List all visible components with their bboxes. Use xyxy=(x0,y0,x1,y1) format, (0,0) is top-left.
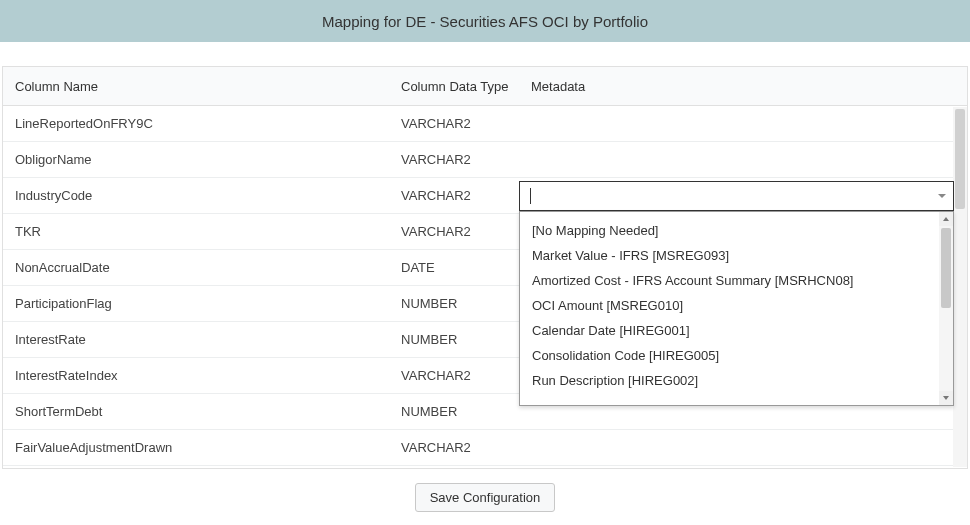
mapping-table: Column Name Column Data Type Metadata Li… xyxy=(2,66,968,469)
save-configuration-button[interactable]: Save Configuration xyxy=(415,483,556,512)
scrollbar-thumb[interactable] xyxy=(955,109,965,209)
dropdown-option[interactable]: [No Mapping Needed] xyxy=(520,218,939,243)
cell-column-name: LineReportedOnFRY9C xyxy=(3,116,389,131)
dropdown-option[interactable]: Calendar Date [HIREG001] xyxy=(520,318,939,343)
title-bar: Mapping for DE - Securities AFS OCI by P… xyxy=(0,0,970,42)
cell-column-name: ParticipationFlag xyxy=(3,296,389,311)
header-column-name: Column Name xyxy=(3,67,389,105)
dropdown-scrollbar[interactable] xyxy=(939,212,953,405)
dropdown-option[interactable]: OCI Amount [MSREG010] xyxy=(520,293,939,318)
metadata-combobox[interactable] xyxy=(519,181,954,211)
page-title: Mapping for DE - Securities AFS OCI by P… xyxy=(322,13,648,30)
cell-column-name: FairValueAdjustmentDrawn xyxy=(3,440,389,455)
metadata-combobox-input[interactable] xyxy=(520,182,931,210)
dropdown-option[interactable]: Run Description [HIREG002] xyxy=(520,368,939,393)
cell-column-name: ObligorName xyxy=(3,152,389,167)
combobox-toggle[interactable] xyxy=(931,182,953,210)
scroll-up-button[interactable] xyxy=(939,212,953,226)
cell-data-type: VARCHAR2 xyxy=(389,152,519,167)
scroll-down-button[interactable] xyxy=(939,391,953,405)
cell-data-type: NUMBER xyxy=(389,404,519,419)
table-row: FairValueAdjustmentDrawn VARCHAR2 xyxy=(3,430,967,466)
cell-data-type: NUMBER xyxy=(389,332,519,347)
cell-column-name: TKR xyxy=(3,224,389,239)
header-metadata: Metadata xyxy=(519,67,967,105)
cell-data-type: VARCHAR2 xyxy=(389,116,519,131)
text-cursor xyxy=(530,188,531,204)
cell-data-type: NUMBER xyxy=(389,296,519,311)
dropdown-scrollbar-thumb[interactable] xyxy=(941,228,951,308)
table-row: ObligorName VARCHAR2 xyxy=(3,142,967,178)
cell-column-name: NonAccrualDate xyxy=(3,260,389,275)
dropdown-list: [No Mapping Needed] Market Value - IFRS … xyxy=(520,212,939,405)
footer: Save Configuration xyxy=(0,469,970,522)
dropdown-option[interactable]: Market Value - IFRS [MSREG093] xyxy=(520,243,939,268)
header-column-data-type: Column Data Type xyxy=(389,67,519,105)
table-body: LineReportedOnFRY9C VARCHAR2 ObligorName… xyxy=(3,106,967,468)
cell-column-name: InterestRate xyxy=(3,332,389,347)
cell-data-type: VARCHAR2 xyxy=(389,224,519,239)
chevron-down-icon xyxy=(938,194,946,198)
chevron-down-icon xyxy=(943,396,949,400)
cell-data-type: VARCHAR2 xyxy=(389,440,519,455)
chevron-up-icon xyxy=(943,217,949,221)
table-header-row: Column Name Column Data Type Metadata xyxy=(3,66,967,106)
dropdown-option[interactable]: Amortized Cost - IFRS Account Summary [M… xyxy=(520,268,939,293)
table-scrollbar[interactable] xyxy=(953,107,967,467)
cell-data-type: VARCHAR2 xyxy=(389,188,519,203)
cell-data-type: VARCHAR2 xyxy=(389,368,519,383)
cell-column-name: IndustryCode xyxy=(3,188,389,203)
metadata-dropdown-panel: [No Mapping Needed] Market Value - IFRS … xyxy=(519,211,954,406)
cell-column-name: InterestRateIndex xyxy=(3,368,389,383)
spacer xyxy=(0,42,970,66)
dropdown-option[interactable]: Consolidation Code [HIREG005] xyxy=(520,343,939,368)
cell-data-type: DATE xyxy=(389,260,519,275)
table-row: LineReportedOnFRY9C VARCHAR2 xyxy=(3,106,967,142)
cell-column-name: ShortTermDebt xyxy=(3,404,389,419)
